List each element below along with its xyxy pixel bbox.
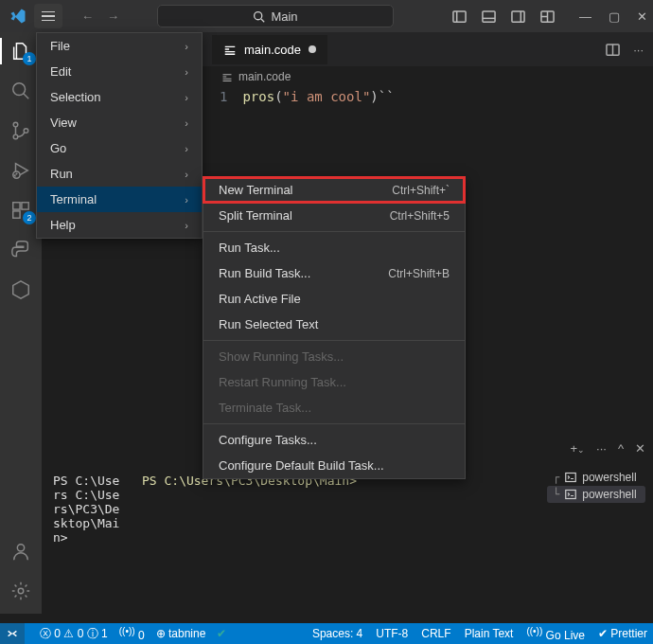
submenu-restart-running-task: Restart Running Task... <box>203 369 465 395</box>
svg-point-8 <box>24 129 28 134</box>
svg-rect-10 <box>13 203 20 209</box>
titlebar: ← → Main — ▢ ✕ <box>0 0 653 32</box>
extensions-icon[interactable]: 2 <box>9 199 32 222</box>
terminal-maximize-icon[interactable]: ^ <box>618 441 624 456</box>
status-eol[interactable]: CRLF <box>421 627 450 640</box>
hexagon-icon[interactable] <box>9 278 32 301</box>
terminal-shell-2[interactable]: └ powershell <box>547 486 645 503</box>
vscode-logo-icon <box>9 8 26 25</box>
more-actions-icon[interactable]: ··· <box>633 43 644 57</box>
submenu-run-active-file[interactable]: Run Active File <box>203 286 465 312</box>
svg-point-7 <box>13 134 18 139</box>
menu-help[interactable]: Help› <box>37 212 202 238</box>
menu-terminal[interactable]: Terminal› <box>37 187 202 212</box>
submenu-run-task[interactable]: Run Task... <box>203 235 465 260</box>
menu-view[interactable]: View› <box>37 110 202 135</box>
terminal-col2: PS C:\Users\PC3\Desktop\Main> <box>142 474 357 616</box>
tab-label: main.code <box>244 43 301 57</box>
remote-button[interactable] <box>0 623 25 644</box>
menu-file[interactable]: File› <box>37 33 202 59</box>
menu-selection[interactable]: Selection› <box>37 84 202 110</box>
submenu-new-terminal[interactable]: New TerminalCtrl+Shift+` <box>203 177 465 203</box>
statusbar: ⓧ 0 ⚠ 0 ⓘ 1 ((•)) 0 ⊕ tabnine ✔ Spaces: … <box>0 623 653 644</box>
submenu-run-build-task[interactable]: Run Build Task...Ctrl+Shift+B <box>203 260 465 286</box>
chevron-right-icon: › <box>185 92 188 103</box>
tree-branch-icon: └ <box>553 488 559 501</box>
status-spaces[interactable]: Spaces: 4 <box>312 627 362 640</box>
add-terminal-icon[interactable]: +⌄ <box>570 441 585 456</box>
svg-rect-16 <box>566 474 576 482</box>
line-number: 1 <box>220 89 227 104</box>
editor-tab-main[interactable]: main.code <box>212 35 327 64</box>
terminal-close-icon[interactable]: ✕ <box>635 441 645 456</box>
layout-side-left-icon[interactable] <box>452 9 467 24</box>
minimize-window-icon[interactable]: — <box>579 9 591 24</box>
nav-back-icon[interactable]: ← <box>81 9 94 24</box>
settings-gear-icon[interactable] <box>9 580 32 602</box>
tree-branch-icon: ┌ <box>553 471 559 484</box>
layout-panel-icon[interactable] <box>482 9 496 24</box>
status-tabnine[interactable]: ⊕ tabnine <box>156 627 206 640</box>
status-prettier[interactable]: ✔ Prettier <box>598 627 647 640</box>
terminal-shell-1[interactable]: ┌ powershell <box>547 469 645 486</box>
svg-point-5 <box>13 83 26 96</box>
shell-label: powershell <box>582 471 636 484</box>
svg-rect-2 <box>483 10 495 21</box>
status-check-icon: ✔ <box>217 627 226 640</box>
hamburger-menu-button[interactable] <box>34 4 62 28</box>
svg-rect-11 <box>22 203 28 209</box>
close-window-icon[interactable]: ✕ <box>637 9 647 24</box>
status-port[interactable]: ((•)) 0 <box>119 626 145 642</box>
breadcrumb-file: main.code <box>238 70 291 83</box>
terminal-more-icon[interactable]: ··· <box>596 441 607 456</box>
terminal-sidebar: +⌄ ··· ^ ✕ ┌ powershell └ powershell <box>539 436 653 625</box>
submenu-configure-tasks[interactable]: Configure Tasks... <box>203 427 465 453</box>
split-editor-icon[interactable] <box>606 43 620 57</box>
run-debug-icon[interactable] <box>9 159 32 182</box>
svg-rect-3 <box>512 10 524 21</box>
status-golive[interactable]: ((•)) Go Live <box>526 626 585 642</box>
chevron-right-icon: › <box>185 117 188 129</box>
terminal-icon <box>565 472 576 483</box>
terminal-icon <box>565 489 576 500</box>
python-env-icon[interactable] <box>9 239 32 261</box>
file-icon <box>221 71 233 82</box>
svg-point-6 <box>13 122 18 127</box>
main-menu-dropdown: File› Edit› Selection› View› Go› Run› Te… <box>36 32 203 239</box>
maximize-window-icon[interactable]: ▢ <box>609 9 620 24</box>
command-center-search[interactable]: Main <box>157 5 394 27</box>
shell-label: powershell <box>582 488 636 501</box>
submenu-terminate-task: Terminate Task... <box>203 395 465 420</box>
svg-rect-1 <box>453 10 466 21</box>
svg-point-14 <box>18 588 24 594</box>
explorer-icon[interactable]: 1 <box>9 40 32 63</box>
submenu-split-terminal[interactable]: Split TerminalCtrl+Shift+5 <box>203 203 465 228</box>
menu-edit[interactable]: Edit› <box>37 59 202 84</box>
menu-separator <box>203 423 465 424</box>
nav-forward-icon[interactable]: → <box>107 9 119 24</box>
svg-rect-12 <box>13 211 20 218</box>
chevron-right-icon: › <box>185 220 188 231</box>
search-activity-icon[interactable] <box>9 80 32 102</box>
code-line: pros("i am cool")`` <box>242 89 394 104</box>
status-encoding[interactable]: UTF-8 <box>376 627 408 640</box>
status-errors[interactable]: ⓧ 0 ⚠ 0 ⓘ 1 <box>40 626 108 642</box>
layout-side-right-icon[interactable] <box>511 9 525 24</box>
source-control-icon[interactable] <box>9 119 32 142</box>
accounts-icon[interactable] <box>9 540 32 563</box>
chevron-right-icon: › <box>185 66 188 78</box>
svg-point-13 <box>17 545 24 551</box>
dirty-indicator-icon <box>309 45 316 53</box>
menu-run[interactable]: Run› <box>37 161 202 187</box>
explorer-badge: 1 <box>23 52 36 65</box>
svg-point-0 <box>255 11 262 19</box>
submenu-run-selected-text[interactable]: Run Selected Text <box>203 312 465 337</box>
search-label: Main <box>271 9 297 24</box>
layout-customize-icon[interactable] <box>540 9 555 24</box>
submenu-configure-default-build[interactable]: Configure Default Build Task... <box>203 453 465 478</box>
status-lang[interactable]: Plain Text <box>465 627 514 640</box>
terminal-col1: PS C:\Users C:\Users\PC3\Desktop\Main> <box>53 474 125 616</box>
svg-rect-17 <box>566 491 576 499</box>
menu-go[interactable]: Go› <box>37 135 202 161</box>
chevron-right-icon: › <box>185 194 188 206</box>
